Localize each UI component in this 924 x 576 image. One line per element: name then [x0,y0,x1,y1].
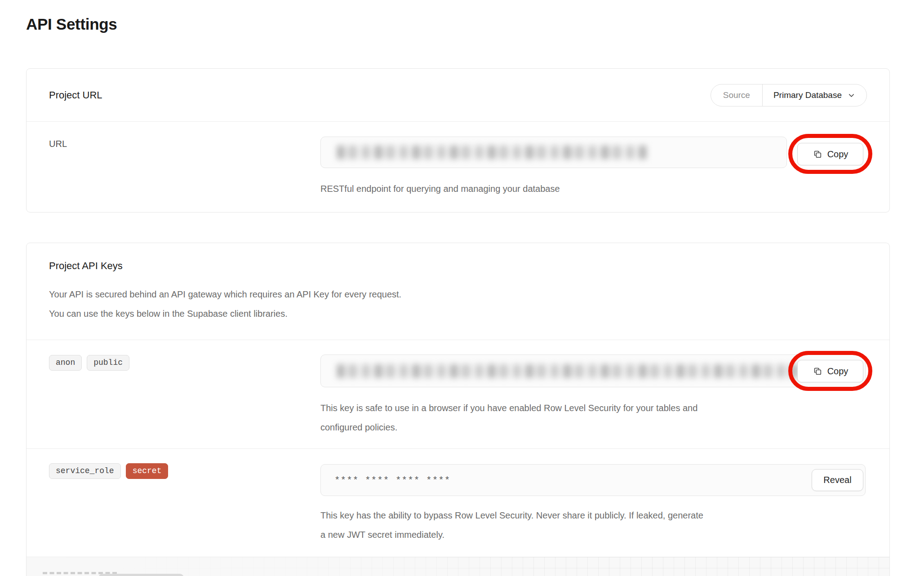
anon-key-description: This key is safe to use in a browser if … [320,399,697,437]
page-title: API Settings [26,15,117,33]
service-key-description: This key has the ability to bypass Row L… [320,506,703,545]
source-label: Source [711,84,763,106]
project-url-card-header: Project URL Source Primary Database [27,69,889,122]
annotation-circle-copy-anon-key [788,351,872,391]
source-database-dropdown[interactable]: Primary Database [763,84,866,106]
annotation-circle-copy-url [788,134,872,174]
project-url-card: Project URL Source Primary Database URL [26,68,890,213]
url-label: URL [49,139,67,149]
secret-badge: secret [126,463,169,479]
service-key-description-line2: a new JWT secret immediately. [320,525,703,545]
divider [27,448,889,449]
chevron-down-icon [847,90,856,100]
service-role-badges: service_role secret [49,463,168,479]
project-url-title: Project URL [49,89,102,101]
redacted-url-value [337,146,647,159]
anon-key-badges: anon public [49,355,129,371]
url-description: RESTful endpoint for querying and managi… [320,179,560,199]
anon-key-field[interactable] [320,354,866,387]
source-database-value: Primary Database [773,90,842,100]
reveal-button-label: Reveal [823,475,851,485]
service-role-key-field[interactable]: **** **** **** **** [320,464,866,496]
reveal-button[interactable]: Reveal [812,469,863,491]
service-key-description-line1: This key has the ability to bypass Row L… [320,506,703,525]
project-api-keys-card: Project API Keys Your API is secured beh… [26,243,890,576]
api-keys-intro: Your API is secured behind an API gatewa… [49,285,401,323]
partial-gray-element [98,574,184,576]
api-keys-intro-line1: Your API is secured behind an API gatewa… [49,285,401,304]
source-selector[interactable]: Source Primary Database [711,84,867,106]
public-badge: public [87,355,129,371]
project-url-field[interactable] [320,137,787,168]
anon-key-description-line1: This key is safe to use in a browser if … [320,399,697,418]
api-keys-intro-line2: You can use the keys below in the Supaba… [49,304,401,323]
service-role-badge: service_role [49,463,121,479]
masked-service-key-value: **** **** **** **** [334,475,450,485]
project-url-card-body: URL Copy RESTful endpoint for querying a… [27,122,889,212]
grid-paper-background [27,557,889,576]
project-api-keys-title: Project API Keys [49,260,123,272]
anon-badge: anon [49,355,82,371]
anon-key-description-line2: configured policies. [320,418,697,437]
next-section-partial [27,557,889,576]
divider [27,340,889,340]
redacted-anon-key-value [337,364,813,378]
